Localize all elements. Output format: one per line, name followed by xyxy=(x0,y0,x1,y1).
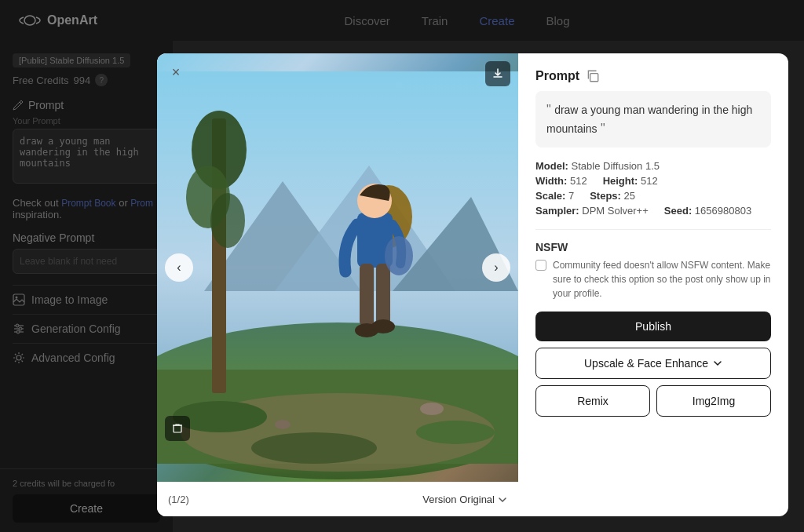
nsfw-section: NSFW Community feed doesn't allow NSFW c… xyxy=(535,241,771,301)
image-footer: (1/2) Version Original xyxy=(157,482,518,516)
svg-rect-24 xyxy=(376,264,390,326)
scale-meta: Scale: 7 xyxy=(535,190,574,202)
nsfw-checkbox[interactable] xyxy=(535,260,546,271)
version-label: Version Original xyxy=(422,494,495,505)
model-label: Model: Stable Diffusion 1.5 xyxy=(535,160,660,172)
nsfw-row: Community feed doesn't allow NSFW conten… xyxy=(535,258,771,301)
download-button[interactable] xyxy=(485,61,510,86)
image-counter: (1/2) xyxy=(168,494,189,505)
right-panel: Prompt " draw a young man wandering in t… xyxy=(518,53,788,516)
version-select[interactable]: Version Original xyxy=(422,494,507,505)
bottom-button-row: Remix Img2Img xyxy=(535,385,771,417)
nsfw-title: NSFW xyxy=(535,241,771,253)
trash-icon xyxy=(172,423,183,434)
divider xyxy=(535,229,771,230)
prompt-header: Prompt xyxy=(535,69,771,83)
prompt-display-box: " draw a young man wandering in the high… xyxy=(535,91,771,148)
image-next-button[interactable]: › xyxy=(482,253,510,282)
img2img-button[interactable]: Img2Img xyxy=(656,385,771,417)
delete-button[interactable] xyxy=(165,416,190,441)
width-meta: Width: 512 xyxy=(535,175,587,187)
right-prompt-label: Prompt xyxy=(535,69,579,83)
meta-row-model: Model: Stable Diffusion 1.5 xyxy=(535,160,771,172)
seed-meta: Seed: 1656980803 xyxy=(664,205,751,217)
steps-meta: Steps: 25 xyxy=(590,190,635,202)
prompt-display-text: draw a young man wandering in the high m… xyxy=(546,104,752,135)
svg-point-32 xyxy=(420,403,444,415)
meta-section: Model: Stable Diffusion 1.5 Width: 512 H… xyxy=(535,160,771,217)
meta-row-sampler-seed: Sampler: DPM Solver++ Seed: 1656980803 xyxy=(535,205,771,217)
svg-rect-23 xyxy=(360,264,374,326)
sampler-meta: Sampler: DPM Solver++ xyxy=(535,205,649,217)
meta-row-dimensions: Width: 512 Height: 512 xyxy=(535,175,771,187)
modal-body: ‹ › (1/2) Version Original Prompt xyxy=(157,53,788,516)
svg-point-33 xyxy=(275,420,291,429)
svg-point-30 xyxy=(416,421,495,444)
chevron-down-icon-upscale xyxy=(713,359,722,368)
painting-svg xyxy=(157,53,518,482)
modal-close-button[interactable]: × xyxy=(166,63,185,82)
image-container: ‹ › xyxy=(157,53,518,482)
copy-icon[interactable] xyxy=(586,69,600,83)
svg-point-19 xyxy=(210,193,245,248)
svg-point-28 xyxy=(385,236,413,275)
download-icon xyxy=(492,67,504,80)
upscale-label: Upscale & Face Enhance xyxy=(584,357,708,370)
upscale-button[interactable]: Upscale & Face Enhance xyxy=(535,348,771,379)
chevron-down-icon xyxy=(498,495,507,505)
svg-rect-34 xyxy=(174,425,181,432)
svg-point-31 xyxy=(251,432,377,464)
image-prev-button[interactable]: ‹ xyxy=(165,253,193,282)
remix-button[interactable]: Remix xyxy=(535,385,650,417)
nsfw-description: Community feed doesn't allow NSFW conten… xyxy=(553,258,771,301)
height-meta: Height: 512 xyxy=(603,175,658,187)
main-image xyxy=(157,53,518,482)
image-section: ‹ › (1/2) Version Original xyxy=(157,53,518,516)
meta-row-scale-steps: Scale: 7 Steps: 25 xyxy=(535,190,771,202)
image-modal: × xyxy=(157,53,788,516)
publish-button[interactable]: Publish xyxy=(535,312,771,341)
svg-point-26 xyxy=(371,319,395,333)
svg-rect-36 xyxy=(590,74,598,82)
